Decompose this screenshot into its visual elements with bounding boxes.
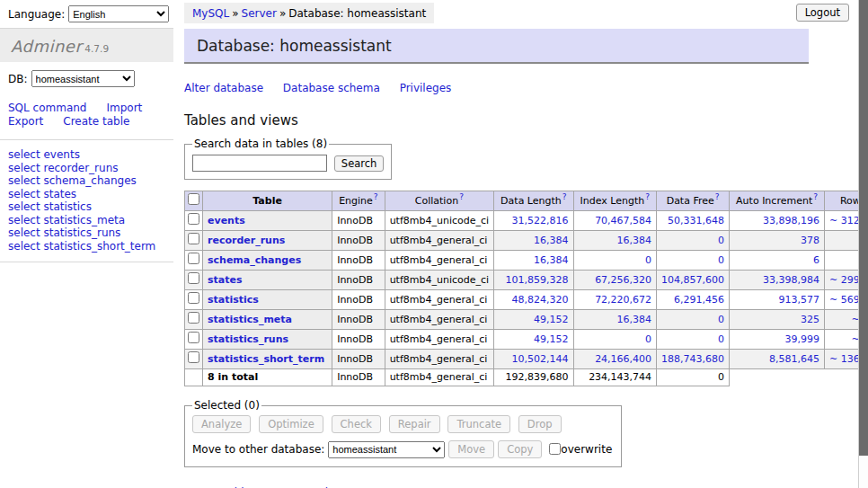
- data-free-link[interactable]: 0: [718, 254, 724, 266]
- privileges-link[interactable]: Privileges: [400, 82, 452, 94]
- row-checkbox[interactable]: [188, 312, 199, 324]
- search-button[interactable]: Search: [334, 155, 385, 172]
- search-input[interactable]: [192, 155, 327, 172]
- move-button[interactable]: Move: [448, 440, 494, 458]
- data-free-link[interactable]: 6,291,456: [674, 294, 724, 306]
- table-total-row: 8 in total InnoDB utf8mb4_general_ci 192…: [185, 369, 868, 386]
- sidebar-item-select-states[interactable]: select states: [8, 188, 173, 201]
- row-checkbox[interactable]: [188, 272, 199, 284]
- index-length-link[interactable]: 0: [645, 333, 651, 345]
- row-checkbox[interactable]: [188, 351, 199, 363]
- select-all-checkbox[interactable]: [188, 193, 199, 205]
- auto-increment-link[interactable]: 325: [801, 314, 819, 325]
- data-length-link[interactable]: 101,859,328: [506, 274, 569, 286]
- sidebar-item-select-statistics-runs[interactable]: select statistics_runs: [8, 226, 173, 240]
- table-row: recorder_runs InnoDB utf8mb4_general_ci …: [185, 231, 868, 251]
- data-length-link[interactable]: 49,152: [534, 314, 569, 325]
- table-link[interactable]: statistics_short_term: [208, 353, 324, 365]
- vertical-scrollbar[interactable]: [858, 0, 868, 488]
- sidebar-link-sql-command[interactable]: SQL command: [8, 102, 86, 114]
- help-icon[interactable]: ?: [715, 192, 720, 201]
- table-row: schema_changes InnoDB utf8mb4_general_ci…: [185, 251, 868, 271]
- drop-button[interactable]: Drop: [518, 415, 562, 433]
- row-checkbox[interactable]: [188, 213, 199, 225]
- auto-increment-link[interactable]: 378: [801, 235, 819, 246]
- auto-increment-link[interactable]: 33,398,984: [763, 274, 819, 286]
- data-length-link[interactable]: 48,824,320: [512, 294, 569, 306]
- main-content: MySQL»Server»Database: homeassistant Dat…: [173, 0, 868, 488]
- db-select[interactable]: homeassistant: [31, 70, 135, 87]
- optimize-button[interactable]: Optimize: [259, 415, 323, 433]
- help-icon[interactable]: ?: [645, 192, 650, 201]
- check-button[interactable]: Check: [332, 415, 381, 433]
- column-header-table: Table: [203, 191, 332, 211]
- alter-database-link[interactable]: Alter database: [184, 82, 263, 94]
- sidebar-item-select-events[interactable]: select events: [8, 148, 173, 162]
- table-link[interactable]: statistics: [208, 294, 259, 306]
- index-length-link[interactable]: 70,467,584: [595, 215, 651, 226]
- table-link[interactable]: recorder_runs: [208, 235, 285, 246]
- sidebar-item-select-schema-changes[interactable]: select schema_changes: [8, 174, 173, 188]
- copy-button[interactable]: Copy: [498, 440, 542, 458]
- logout-button[interactable]: Logout: [796, 4, 849, 22]
- help-icon[interactable]: ?: [459, 192, 464, 201]
- help-icon[interactable]: ?: [562, 192, 567, 201]
- overwrite-checkbox[interactable]: [549, 443, 561, 455]
- table-link[interactable]: states: [208, 274, 243, 286]
- data-length-link[interactable]: 49,152: [534, 333, 569, 345]
- data-free-link[interactable]: 0: [718, 235, 724, 246]
- row-checkbox[interactable]: [188, 253, 199, 264]
- data-length-link[interactable]: 31,522,816: [512, 215, 569, 226]
- breadcrumb-server-link[interactable]: Server: [242, 7, 277, 20]
- data-free-link[interactable]: 188,743,680: [661, 353, 724, 365]
- auto-increment-link[interactable]: 6: [813, 254, 819, 266]
- index-length-link[interactable]: 16,384: [617, 314, 652, 325]
- auto-increment-link[interactable]: 913,577: [779, 294, 820, 306]
- auto-increment-link[interactable]: 33,898,196: [763, 215, 819, 226]
- scrollbar-thumb[interactable]: [859, 0, 868, 456]
- index-length-link[interactable]: 0: [645, 254, 651, 266]
- data-length-link[interactable]: 10,502,144: [512, 353, 569, 365]
- data-free-link[interactable]: 104,857,600: [661, 274, 724, 286]
- analyze-button[interactable]: Analyze: [192, 415, 251, 433]
- total-data-length: 192,839,680: [494, 369, 573, 386]
- table-link[interactable]: events: [208, 215, 245, 226]
- table-link[interactable]: statistics_runs: [208, 333, 288, 345]
- sidebar-item-select-recorder-runs[interactable]: select recorder_runs: [8, 162, 173, 175]
- index-length-link[interactable]: 16,384: [617, 235, 652, 246]
- database-schema-link[interactable]: Database schema: [283, 82, 380, 94]
- total-data-free: 0: [657, 369, 730, 386]
- help-icon[interactable]: ?: [813, 192, 818, 201]
- data-length-link[interactable]: 16,384: [534, 254, 569, 266]
- move-database-select[interactable]: homeassistant: [328, 441, 445, 458]
- row-checkbox[interactable]: [188, 332, 199, 343]
- sidebar-link-create-table[interactable]: Create table: [63, 115, 129, 128]
- auto-increment-link[interactable]: 39,999: [785, 333, 820, 345]
- data-free-link[interactable]: 0: [718, 314, 724, 325]
- truncate-button[interactable]: Truncate: [447, 415, 510, 433]
- index-length-link[interactable]: 72,220,672: [595, 294, 651, 306]
- breadcrumb-mysql-link[interactable]: MySQL: [192, 7, 229, 20]
- index-length-link[interactable]: 24,166,400: [595, 353, 651, 365]
- sidebar-link-export[interactable]: Export: [8, 115, 43, 128]
- help-icon[interactable]: ?: [374, 192, 378, 201]
- auto-increment-link[interactable]: 8,581,645: [769, 353, 819, 365]
- sidebar-item-select-statistics[interactable]: select statistics: [8, 200, 173, 214]
- data-free-link[interactable]: 50,331,648: [668, 215, 724, 226]
- table-link[interactable]: schema_changes: [208, 254, 301, 266]
- language-select[interactable]: English: [68, 5, 169, 22]
- column-header-index-length: Index Length?: [573, 191, 657, 211]
- breadcrumb: MySQL»Server»Database: homeassistant: [184, 3, 434, 23]
- repair-button[interactable]: Repair: [389, 415, 440, 433]
- index-length-link[interactable]: 67,256,320: [595, 274, 651, 286]
- sidebar-item-select-statistics-meta[interactable]: select statistics_meta: [8, 214, 173, 227]
- data-length-link[interactable]: 16,384: [534, 235, 569, 246]
- sidebar-link-import[interactable]: Import: [106, 102, 142, 114]
- table-link[interactable]: statistics_meta: [208, 314, 292, 325]
- sidebar-item-select-statistics-short-term[interactable]: select statistics_short_term: [8, 240, 173, 253]
- data-free-link[interactable]: 0: [718, 333, 724, 345]
- row-checkbox[interactable]: [188, 233, 199, 244]
- row-checkbox[interactable]: [188, 292, 199, 304]
- selected-legend: Selected (0): [192, 399, 261, 412]
- brand-band: Adminer4.7.9: [0, 29, 173, 62]
